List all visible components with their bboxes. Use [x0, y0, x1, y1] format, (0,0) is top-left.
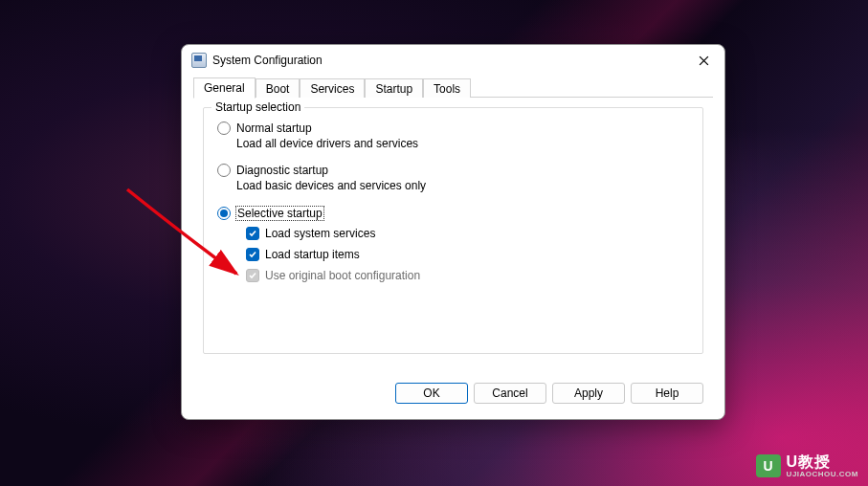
help-button[interactable]: Help	[631, 383, 703, 404]
system-configuration-dialog: System Configuration General Boot Servic…	[181, 44, 725, 420]
startup-selection-group: Startup selection Normal startup Load al…	[203, 107, 703, 354]
checkbox-load-system-services[interactable]	[246, 227, 259, 240]
tab-boot[interactable]: Boot	[256, 78, 300, 98]
check-icon	[248, 271, 257, 280]
label-diagnostic-startup: Diagnostic startup	[236, 164, 328, 177]
radio-selective-startup[interactable]	[217, 207, 231, 220]
msconfig-icon	[191, 53, 207, 68]
titlebar: System Configuration	[182, 45, 724, 77]
label-load-startup-items: Load startup items	[265, 248, 360, 261]
close-icon	[699, 55, 709, 66]
watermark-badge-icon: U	[756, 454, 781, 477]
cancel-button[interactable]: Cancel	[474, 383, 546, 404]
tab-panel-general: Startup selection Normal startup Load al…	[182, 98, 724, 373]
watermark-url: UJIAOCHOU.COM	[787, 471, 858, 478]
label-normal-startup: Normal startup	[236, 122, 312, 135]
apply-button[interactable]: Apply	[552, 383, 625, 404]
label-load-system-services: Load system services	[265, 227, 375, 240]
fieldset-legend: Startup selection	[211, 100, 304, 114]
label-selective-startup: Selective startup	[235, 206, 324, 221]
check-icon	[248, 229, 257, 238]
watermark: U U教授 UJIAOCHOU.COM	[756, 454, 858, 478]
tab-strip: General Boot Services Startup Tools	[182, 77, 724, 98]
checkbox-load-startup-items[interactable]	[246, 248, 259, 261]
tab-general[interactable]: General	[193, 77, 256, 99]
check-icon	[248, 250, 257, 259]
desc-normal-startup: Load all device drivers and services	[236, 137, 689, 150]
tab-tools[interactable]: Tools	[423, 78, 471, 98]
watermark-title: U教授	[787, 454, 858, 471]
close-button[interactable]	[692, 49, 715, 72]
window-title: System Configuration	[212, 54, 323, 67]
dialog-buttons: OK Cancel Apply Help	[182, 373, 724, 419]
radio-normal-startup[interactable]	[217, 122, 231, 135]
ok-button[interactable]: OK	[395, 383, 468, 404]
checkbox-use-original-boot	[246, 269, 259, 282]
desc-diagnostic-startup: Load basic devices and services only	[236, 179, 689, 192]
tab-startup[interactable]: Startup	[365, 78, 423, 98]
label-use-original-boot: Use original boot configuration	[265, 269, 420, 282]
tab-services[interactable]: Services	[300, 78, 365, 98]
radio-diagnostic-startup[interactable]	[217, 164, 231, 177]
